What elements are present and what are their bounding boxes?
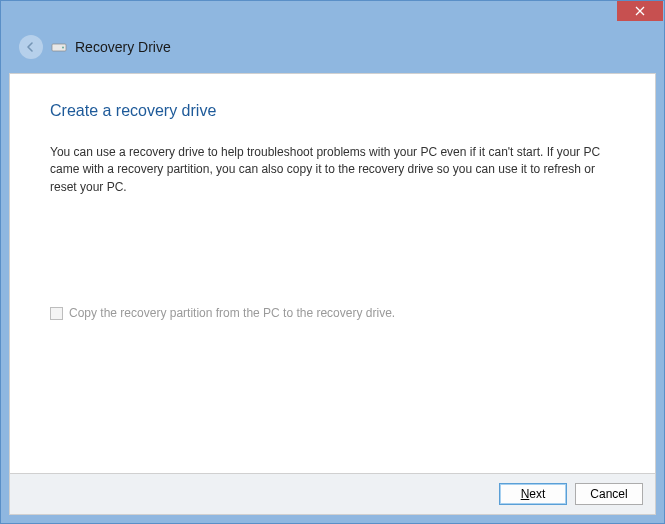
next-button[interactable]: Next <box>499 483 567 505</box>
close-icon <box>635 6 645 16</box>
svg-point-3 <box>62 47 64 49</box>
cancel-button[interactable]: Cancel <box>575 483 643 505</box>
page-title: Create a recovery drive <box>50 102 615 120</box>
drive-icon <box>51 41 67 53</box>
copy-partition-checkbox <box>50 307 63 320</box>
button-bar: Next Cancel <box>9 473 656 515</box>
back-arrow-icon <box>25 41 37 53</box>
next-label-rest: ext <box>529 487 545 501</box>
header-title: Recovery Drive <box>75 39 171 55</box>
titlebar <box>1 1 664 29</box>
content-wrapper: Create a recovery drive You can use a re… <box>1 65 664 523</box>
copy-partition-label: Copy the recovery partition from the PC … <box>69 306 395 320</box>
content-panel: Create a recovery drive You can use a re… <box>9 73 656 474</box>
wizard-window: Recovery Drive Create a recovery drive Y… <box>0 0 665 524</box>
copy-partition-checkbox-row: Copy the recovery partition from the PC … <box>50 306 615 320</box>
description-text: You can use a recovery drive to help tro… <box>50 144 615 196</box>
header: Recovery Drive <box>1 29 664 65</box>
close-button[interactable] <box>617 1 663 21</box>
back-button <box>19 35 43 59</box>
